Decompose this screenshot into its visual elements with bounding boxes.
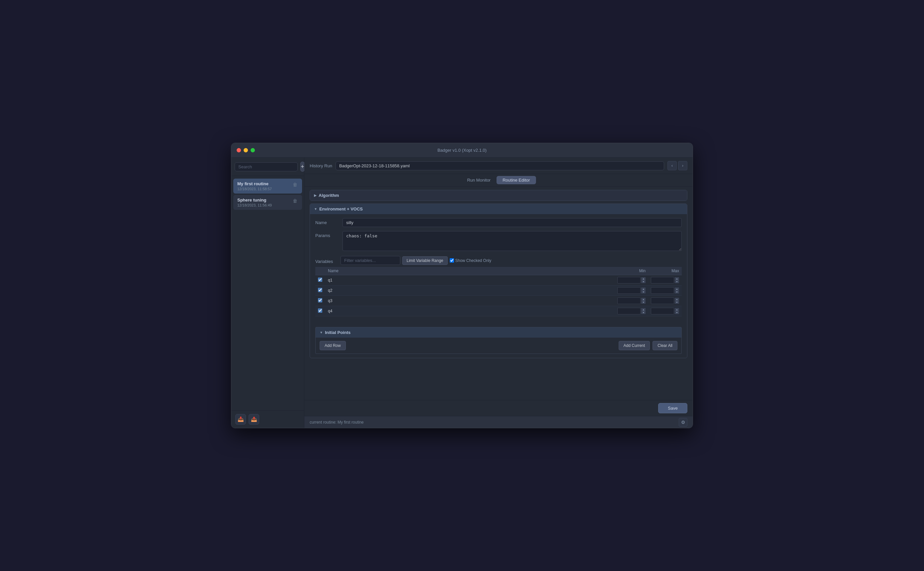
chevron-right-icon: ▶: [314, 193, 317, 197]
table-row: q2 0.0000 ▲ ▼: [315, 286, 682, 296]
variables-filter-input[interactable]: [340, 256, 400, 265]
params-row: Params chaos: false: [315, 231, 682, 252]
spin-up-q2-max[interactable]: ▲: [675, 287, 679, 290]
routine-item[interactable]: Sphere tuning 12/18/2023, 11:56:49 🗑: [233, 195, 302, 210]
routine-list: My first routine 12/18/2023, 11:58:57 🗑 …: [231, 176, 304, 411]
spin-up-q1-max[interactable]: ▲: [675, 277, 679, 280]
minimize-button[interactable]: [243, 148, 248, 152]
delete-routine-button[interactable]: 🗑: [292, 198, 298, 204]
routine-item[interactable]: My first routine 12/18/2023, 11:58:57 🗑: [233, 179, 302, 193]
limit-variable-range-button[interactable]: Limit Variable Range: [402, 256, 448, 265]
spin-down-q4-min[interactable]: ▼: [641, 311, 645, 314]
clear-all-button[interactable]: Clear All: [653, 341, 678, 350]
var-max-q1[interactable]: 1.0000: [651, 277, 674, 284]
variables-table: Name Min Max q1: [315, 267, 682, 316]
var-checkbox-q2[interactable]: [318, 288, 322, 292]
spin-up-q4-min[interactable]: ▲: [641, 308, 645, 311]
add-routine-button[interactable]: +: [300, 162, 305, 171]
sidebar: + My first routine 12/18/2023, 11:58:57 …: [231, 158, 304, 428]
algorithm-section-header[interactable]: ▶ Algorithm: [310, 190, 687, 201]
add-current-button[interactable]: Add Current: [619, 341, 650, 350]
show-checked-only-label[interactable]: Show Checked Only: [450, 258, 491, 263]
export-button[interactable]: 📤: [249, 414, 259, 424]
status-text: current routine: My first routine: [310, 420, 364, 424]
var-checkbox-q3[interactable]: [318, 298, 322, 302]
nav-next-button[interactable]: ›: [678, 161, 687, 170]
spin-down-q3-max[interactable]: ▼: [675, 301, 679, 304]
params-textarea[interactable]: chaos: false: [342, 231, 682, 251]
spin-up-q1-min[interactable]: ▲: [641, 277, 645, 280]
import-button[interactable]: 📥: [235, 414, 246, 424]
table-row: q4 0.0000 ▲ ▼: [315, 306, 682, 316]
maximize-button[interactable]: [251, 148, 255, 152]
var-min-q4[interactable]: 0.0000: [618, 308, 641, 314]
var-checkbox-q4[interactable]: [318, 309, 322, 313]
col-header-min: Min: [614, 267, 648, 275]
show-checked-only-checkbox[interactable]: [450, 258, 454, 262]
var-min-q3[interactable]: 0.0000: [618, 298, 641, 304]
spin-up-q4-max[interactable]: ▲: [675, 308, 679, 311]
routine-name: My first routine: [237, 181, 272, 186]
add-row-button[interactable]: Add Row: [320, 341, 346, 350]
var-max-q3[interactable]: 1.0000: [651, 298, 674, 304]
var-name-q1: q1: [325, 275, 614, 286]
spin-down-q2-max[interactable]: ▼: [675, 290, 679, 293]
nav-prev-button[interactable]: ‹: [667, 161, 677, 170]
environment-section-label: Environment + VOCS: [319, 207, 363, 211]
close-button[interactable]: [237, 148, 241, 152]
table-row: q3 0.0000 ▲ ▼: [315, 296, 682, 306]
spin-down-q3-min[interactable]: ▼: [641, 301, 645, 304]
var-name-q2: q2: [325, 286, 614, 296]
table-header-row: Name Min Max: [315, 267, 682, 275]
initial-points-body: Add Row Add Current Clear All: [315, 338, 682, 354]
search-input[interactable]: [235, 162, 298, 171]
spin-up-q2-min[interactable]: ▲: [641, 287, 645, 290]
col-header-name: Name: [325, 267, 614, 275]
name-label: Name: [315, 218, 339, 225]
content-area: History Run BadgerOpt-2023-12-18-115858.…: [304, 158, 693, 428]
spin-up-q3-min[interactable]: ▲: [641, 298, 645, 301]
history-run-select[interactable]: BadgerOpt-2023-12-18-115858.yaml: [336, 161, 664, 170]
var-min-q1[interactable]: 0.0000: [618, 277, 641, 284]
algorithm-section: ▶ Algorithm: [310, 190, 687, 201]
variables-table-body: q1 0.0000 ▲ ▼: [315, 275, 682, 316]
spin-down-q4-max[interactable]: ▼: [675, 311, 679, 314]
algorithm-section-label: Algorithm: [319, 193, 339, 198]
col-header-max: Max: [648, 267, 682, 275]
routine-date: 12/18/2023, 11:58:57: [237, 187, 272, 191]
save-button[interactable]: Save: [658, 403, 687, 413]
sidebar-footer: 📥 📤: [231, 411, 304, 428]
var-max-q2[interactable]: 1.0000: [651, 287, 674, 294]
environment-section-header[interactable]: ▼ Environment + VOCS: [310, 204, 687, 214]
params-label: Params: [315, 231, 339, 238]
routine-name: Sphere tuning: [237, 198, 272, 202]
var-min-q2[interactable]: 0.0000: [618, 287, 641, 294]
spin-down-q1-min[interactable]: ▼: [641, 280, 645, 283]
delete-routine-button[interactable]: 🗑: [292, 181, 298, 188]
var-max-q4[interactable]: 1.0000: [651, 308, 674, 314]
spin-up-q3-max[interactable]: ▲: [675, 298, 679, 301]
table-row: q1 0.0000 ▲ ▼: [315, 275, 682, 286]
spin-down-q2-min[interactable]: ▼: [641, 290, 645, 293]
chevron-down-icon: ▼: [314, 207, 317, 211]
initial-points-header[interactable]: ▼ Initial Points: [315, 327, 682, 338]
window-title: Badger v1.0 (Xopt v2.1.0): [437, 148, 487, 153]
status-bar: current routine: My first routine ⚙: [304, 416, 693, 428]
tab-run-monitor[interactable]: Run Monitor: [461, 176, 496, 184]
save-bar: Save: [304, 400, 693, 416]
variables-row: Variables Limit Variable Range Show Chec…: [315, 256, 682, 316]
gear-icon: ⚙: [681, 420, 685, 425]
history-nav: ‹ ›: [667, 161, 687, 170]
chevron-right-icon: ›: [682, 164, 683, 168]
spin-down-q1-max[interactable]: ▼: [675, 280, 679, 283]
tab-routine-editor[interactable]: Routine Editor: [496, 176, 536, 184]
editor-scroll-area[interactable]: ▶ Algorithm ▼ Environment + VOCS Name: [304, 187, 693, 400]
name-row: Name silly: [315, 218, 682, 227]
environment-name-select[interactable]: silly: [342, 218, 682, 227]
settings-button[interactable]: ⚙: [679, 418, 687, 427]
tabs-bar: Run Monitor Routine Editor: [304, 174, 693, 187]
titlebar: Badger v1.0 (Xopt v2.1.0): [231, 143, 693, 158]
environment-section: ▼ Environment + VOCS Name silly: [310, 204, 687, 358]
environment-section-body: Name silly Params chaos: false: [310, 214, 687, 324]
var-checkbox-q1[interactable]: [318, 278, 322, 282]
